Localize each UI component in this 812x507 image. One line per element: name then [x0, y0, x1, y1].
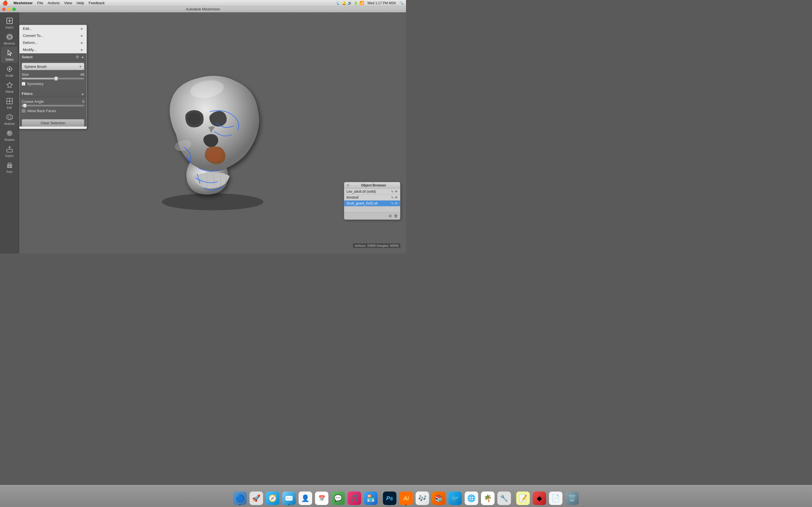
- window-title: Autodesk Meshmixer: [186, 7, 220, 11]
- svg-rect-25: [8, 166, 11, 167]
- crease-angle-value: 0: [82, 100, 84, 104]
- minimize-button[interactable]: [7, 8, 11, 11]
- titlebar: Autodesk Meshmixer: [0, 6, 406, 12]
- svg-point-19: [7, 130, 12, 136]
- sidebar-item-stamp[interactable]: Stamp: [1, 79, 18, 95]
- object-row-0-visibility-icon[interactable]: 👁: [395, 190, 398, 193]
- sidebar-item-print[interactable]: Print: [1, 159, 18, 175]
- select-icon: [5, 48, 14, 57]
- actions-dropdown-menu: Edit... ▶ Convert To... ▶ Deform... ▶ Mo…: [19, 25, 87, 129]
- svg-rect-21: [7, 149, 12, 152]
- menu-arrow-convert: ▶: [81, 34, 83, 37]
- actions-menu-item[interactable]: Actions: [45, 0, 62, 6]
- sidebar-item-sculpt[interactable]: Sculpt: [1, 63, 18, 79]
- app-body: Import Meshmix Select: [0, 12, 406, 253]
- meshmix-icon: [5, 33, 14, 41]
- select-gear-icon[interactable]: ⚙: [75, 55, 79, 59]
- object-row-2[interactable]: Scull_geant_fix02.stl ✎ 👁: [344, 201, 400, 207]
- sidebar-item-select-label: Select: [6, 58, 13, 61]
- size-slider-thumb[interactable]: [54, 76, 58, 80]
- symmetry-checkbox[interactable]: ✓: [22, 82, 26, 86]
- sidebar-item-edit-label: Edit: [7, 106, 12, 109]
- brush-type-select[interactable]: Sphere Brush ▼: [22, 63, 84, 70]
- object-browser: Object Browser Leo_adult.stl (solid) ✎ 👁…: [344, 182, 400, 220]
- search-icon[interactable]: 🔍: [400, 1, 404, 5]
- apple-menu-icon[interactable]: 🍎: [2, 0, 8, 6]
- window-buttons: [2, 8, 16, 11]
- svg-point-8: [9, 68, 10, 70]
- menu-item-convert[interactable]: Convert To... ▶: [19, 32, 87, 39]
- filters-section-header[interactable]: Filters ▲: [19, 91, 87, 97]
- sidebar-item-export[interactable]: Export: [1, 143, 18, 159]
- shaders-icon: [5, 129, 14, 138]
- select-controls: ⚙ ▲: [75, 55, 84, 59]
- maximize-button[interactable]: [12, 8, 16, 11]
- size-row: Size 48: [22, 72, 84, 76]
- sidebar-item-shaders[interactable]: Shaders: [1, 127, 18, 143]
- sidebar-item-meshmix[interactable]: Meshmix: [1, 31, 18, 47]
- object-row-0-edit-icon[interactable]: ✎: [391, 190, 394, 193]
- sidebar-item-edit[interactable]: Edit: [1, 95, 18, 111]
- object-row-1-visibility-icon[interactable]: 👁: [395, 196, 398, 200]
- allow-back-faces-label: Allow Back Faces: [27, 109, 56, 113]
- edit-icon: [5, 97, 14, 106]
- brush-dropdown-arrow: ▼: [79, 65, 82, 68]
- allow-back-faces-checkbox[interactable]: [22, 109, 26, 113]
- menu-item-deform[interactable]: Deform... ▶: [19, 39, 87, 46]
- ob-duplicate-icon[interactable]: ⧉: [389, 214, 392, 218]
- select-embedded-panel: Select ⚙ ▲ Sphere Brush ▼ Size 48: [19, 53, 87, 126]
- file-menu-item[interactable]: File: [35, 0, 45, 6]
- crease-slider[interactable]: [22, 105, 84, 107]
- sidebar-item-select[interactable]: Select: [1, 47, 18, 63]
- filters-controls: ▲: [81, 92, 84, 96]
- filters-panel-body: Crease Angle 0 Allow Back Faces: [19, 97, 87, 117]
- object-browser-close-button[interactable]: [347, 184, 349, 187]
- clear-selection-button[interactable]: Clear Selection: [22, 119, 84, 126]
- object-row-1-icons: ✎ 👁: [391, 196, 398, 200]
- menu-item-modify[interactable]: Modify... ▶: [19, 46, 87, 53]
- object-row-0-icons: ✎ 👁: [391, 190, 398, 193]
- size-label: Size: [22, 72, 29, 76]
- menubar-icons: 📡🔔🔊🔋📶: [336, 1, 364, 5]
- menubar-right: 📡🔔🔊🔋📶 Wed 1:17 PM MSK 🔍: [336, 1, 404, 5]
- object-browser-footer: ⧉ 🗑: [344, 212, 400, 219]
- sidebar-item-analysis[interactable]: Analysis: [1, 111, 18, 127]
- size-slider[interactable]: [22, 78, 84, 79]
- symmetry-row: ✓ Symmetry: [22, 82, 84, 86]
- object-name-2: Scull_geant_fix02.stl: [347, 202, 391, 205]
- export-icon: [5, 145, 14, 154]
- object-row-1[interactable]: lionskull ✎ 👁: [344, 194, 400, 201]
- object-row-2-edit-icon[interactable]: ✎: [391, 202, 394, 205]
- object-row-2-icons: ✎ 👁: [391, 202, 398, 205]
- svg-point-27: [187, 113, 201, 125]
- sidebar-item-analysis-label: Analysis: [4, 122, 15, 125]
- brush-type-label: Sphere Brush: [24, 64, 47, 69]
- app-menu-item[interactable]: Meshmixer: [11, 0, 35, 6]
- sculpt-icon: [5, 64, 14, 73]
- close-button[interactable]: [2, 8, 6, 11]
- view-menu-item[interactable]: View: [62, 0, 74, 6]
- object-row-1-edit-icon[interactable]: ✎: [391, 196, 394, 200]
- sidebar-item-import[interactable]: Import: [1, 15, 18, 31]
- sidebar-item-meshmix-label: Meshmix: [4, 42, 15, 45]
- feedback-menu-item[interactable]: Feedback: [86, 0, 107, 6]
- help-menu-item[interactable]: Help: [74, 0, 86, 6]
- filters-collapse-icon[interactable]: ▲: [81, 92, 84, 96]
- select-section-header[interactable]: Select ⚙ ▲: [19, 54, 87, 61]
- svg-point-5: [7, 36, 12, 38]
- object-browser-header: Object Browser: [344, 182, 400, 189]
- ob-delete-icon[interactable]: 🗑: [394, 214, 398, 218]
- object-browser-title: Object Browser: [349, 183, 398, 187]
- crease-slider-thumb[interactable]: [23, 104, 27, 108]
- import-icon: [5, 16, 14, 25]
- svg-point-20: [8, 132, 10, 133]
- statusbar-text: vertices: 33906 triangles: 66656: [355, 244, 399, 247]
- sidebar-item-print-label: Print: [6, 170, 12, 173]
- menu-item-edit[interactable]: Edit... ▶: [19, 25, 87, 32]
- object-row-2-visibility-icon[interactable]: 👁: [395, 202, 398, 205]
- select-collapse-icon[interactable]: ▲: [81, 55, 84, 59]
- menubar: 🍎 Meshmixer File Actions View Help Feedb…: [0, 0, 406, 6]
- stamp-icon: [5, 80, 14, 90]
- select-panel-body: Sphere Brush ▼ Size 48 ✓ Symmetry: [19, 61, 87, 90]
- object-row-0[interactable]: Leo_adult.stl (solid) ✎ 👁: [344, 189, 400, 194]
